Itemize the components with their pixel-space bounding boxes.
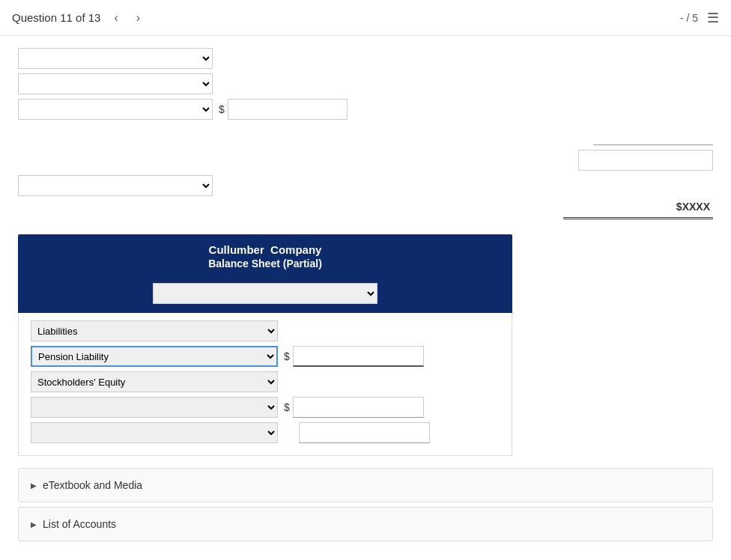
- etextbook-label: eTextbook and Media: [43, 479, 142, 491]
- etextbook-accordion: ▶ eTextbook and Media: [18, 468, 713, 502]
- liabilities-select[interactable]: Liabilities: [31, 320, 278, 341]
- upper-section: $ $XXXX: [18, 48, 713, 219]
- top-navigation-bar: Question 11 of 13 ‹ › - / 5 ☰: [0, 0, 731, 36]
- company-name: Cullumber Company: [30, 243, 500, 256]
- se-amount-1[interactable]: [293, 397, 424, 418]
- company-name-normal: Cullumber: [209, 243, 264, 256]
- pension-liability-row: Pension Liability $: [31, 346, 500, 367]
- nav-right: - / 5 ☰: [680, 10, 719, 26]
- page-indicator: - / 5: [680, 12, 698, 24]
- company-name-bold: Company: [270, 243, 321, 256]
- total-row-1: $XXXX: [18, 201, 713, 213]
- date-select[interactable]: [153, 283, 377, 304]
- se-select-2[interactable]: [31, 422, 278, 443]
- total-value-1: $XXXX: [676, 201, 710, 213]
- upper-select-3[interactable]: [18, 99, 213, 120]
- bs-header: Cullumber Company Balance Sheet (Partial…: [18, 234, 512, 279]
- bs-subheader: [18, 279, 512, 313]
- upper-select-1[interactable]: [18, 48, 213, 69]
- etextbook-accordion-header[interactable]: ▶ eTextbook and Media: [19, 469, 712, 502]
- bs-dollar-1: $: [284, 350, 290, 362]
- nav-left: Question 11 of 13 ‹ ›: [12, 10, 145, 26]
- upper-select-2[interactable]: [18, 73, 213, 94]
- se-row-1: $: [31, 397, 500, 418]
- list-icon[interactable]: ☰: [707, 10, 719, 26]
- pension-liability-select[interactable]: Pension Liability: [31, 346, 278, 367]
- question-counter: Question 11 of 13: [12, 11, 100, 24]
- subtotal-row-1: [18, 150, 713, 171]
- upper-row-1: [18, 48, 713, 69]
- upper-row-5: [18, 175, 713, 196]
- list-accounts-accordion: ▶ List of Accounts: [18, 507, 713, 541]
- list-accounts-arrow-icon: ▶: [31, 520, 37, 529]
- etextbook-arrow-icon: ▶: [31, 481, 37, 490]
- double-underline-1: [563, 217, 713, 219]
- bs-body: Liabilities Pension Liability $ Stockhol…: [18, 313, 512, 456]
- upper-select-4[interactable]: [18, 175, 213, 196]
- upper-amount-input-1[interactable]: [228, 99, 348, 120]
- stockholders-equity-select[interactable]: Stockholders' Equity: [31, 371, 278, 392]
- list-accounts-accordion-header[interactable]: ▶ List of Accounts: [19, 508, 712, 541]
- upper-row-3: $: [18, 99, 713, 120]
- pension-liability-amount[interactable]: [293, 346, 424, 367]
- balance-sheet-container: Cullumber Company Balance Sheet (Partial…: [18, 234, 512, 456]
- next-question-button[interactable]: ›: [132, 10, 145, 26]
- main-content: $ $XXXX: [0, 36, 731, 560]
- upper-row-2: [18, 73, 713, 94]
- subtotal-input-1[interactable]: [578, 150, 713, 171]
- prev-question-button[interactable]: ‹: [109, 10, 122, 26]
- stockholders-equity-header-row: Stockholders' Equity: [31, 371, 500, 392]
- list-accounts-label: List of Accounts: [43, 518, 116, 530]
- sheet-title: Balance Sheet (Partial): [30, 258, 500, 270]
- se-select-1[interactable]: [31, 397, 278, 418]
- liabilities-header-row: Liabilities: [31, 320, 500, 341]
- se-amount-2[interactable]: [299, 422, 430, 443]
- se-row-2: [31, 422, 500, 443]
- bs-dollar-2: $: [284, 401, 290, 413]
- double-underline-row-1: [18, 217, 713, 219]
- upper-row-4: [18, 124, 713, 145]
- dollar-sign-1: $: [219, 103, 225, 115]
- upper-amount-input-2[interactable]: [593, 124, 713, 145]
